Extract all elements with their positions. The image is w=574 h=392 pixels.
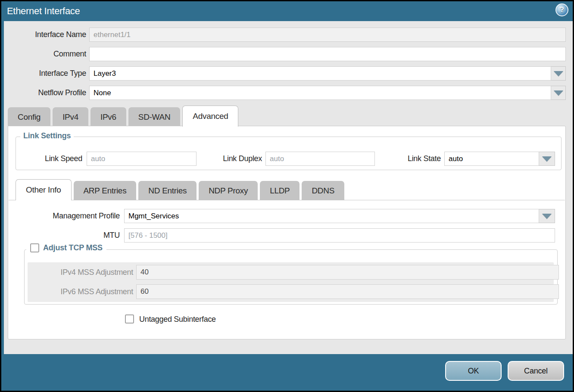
link-duplex-input[interactable] bbox=[265, 152, 375, 166]
question-mark-icon: ? bbox=[560, 6, 564, 14]
tab-ddns[interactable]: DDNS bbox=[302, 181, 344, 200]
main-tab-bar: Config IPv4 IPv6 SD-WAN Advanced bbox=[8, 106, 238, 127]
link-speed-input[interactable] bbox=[87, 152, 197, 166]
interface-name-input bbox=[89, 28, 566, 42]
adjust-tcp-mss-legend-text: Adjust TCP MSS bbox=[43, 243, 103, 252]
sub-tab-bar: Other Info ARP Entries ND Entries NDP Pr… bbox=[16, 179, 344, 200]
tab-lldp[interactable]: LLDP bbox=[260, 181, 299, 200]
netflow-profile-dropdown[interactable]: None bbox=[89, 86, 566, 100]
ethernet-interface-dialog: Ethernet Interface ? Interface Name Comm… bbox=[0, 0, 574, 392]
adjust-tcp-mss-checkbox[interactable] bbox=[30, 243, 39, 252]
netflow-profile-label: Netflow Profile bbox=[4, 86, 86, 100]
chevron-down-icon bbox=[542, 156, 552, 162]
cancel-button[interactable]: Cancel bbox=[508, 361, 564, 381]
link-settings-legend: Link Settings bbox=[20, 131, 74, 140]
advanced-tab-panel: Link Settings Link Speed Link Duplex Lin… bbox=[8, 126, 566, 339]
untagged-subinterface-label: Untagged Subinterface bbox=[139, 314, 216, 324]
mtu-label: MTU bbox=[8, 228, 120, 243]
link-state-dropdown[interactable]: auto bbox=[444, 152, 555, 166]
chevron-down-icon bbox=[542, 214, 552, 219]
ipv4-mss-input bbox=[136, 265, 559, 280]
link-speed-label: Link Speed bbox=[8, 152, 82, 166]
comment-label: Comment bbox=[4, 47, 86, 61]
ipv6-mss-input bbox=[136, 284, 559, 299]
title-bar: Ethernet Interface ? bbox=[1, 1, 573, 21]
tab-config[interactable]: Config bbox=[8, 107, 50, 127]
management-profile-dropdown-button[interactable] bbox=[539, 209, 555, 223]
management-profile-dropdown[interactable]: Mgmt_Services bbox=[124, 209, 555, 223]
netflow-profile-dropdown-button[interactable] bbox=[551, 86, 566, 100]
tab-ndp-proxy[interactable]: NDP Proxy bbox=[199, 181, 258, 200]
management-profile-value[interactable]: Mgmt_Services bbox=[124, 209, 539, 223]
ipv4-mss-label: IPv4 MSS Adjustment bbox=[25, 265, 133, 280]
dialog-frame: Ethernet Interface ? Interface Name Comm… bbox=[1, 1, 573, 391]
link-state-value[interactable]: auto bbox=[444, 152, 539, 166]
tab-arp-entries[interactable]: ARP Entries bbox=[74, 181, 137, 200]
interface-type-value[interactable]: Layer3 bbox=[89, 66, 551, 81]
adjust-tcp-mss-legend: Adjust TCP MSS bbox=[26, 243, 106, 252]
tab-sdwan[interactable]: SD-WAN bbox=[128, 107, 181, 127]
management-profile-label: Management Profile bbox=[8, 209, 120, 223]
chevron-down-icon bbox=[554, 71, 563, 76]
link-state-dropdown-button[interactable] bbox=[539, 152, 555, 166]
adjust-tcp-mss-fieldset: Adjust TCP MSS IPv4 MSS Adjustment IPv6 … bbox=[24, 249, 558, 305]
tab-nd-entries[interactable]: ND Entries bbox=[138, 181, 197, 200]
tab-ipv6[interactable]: IPv6 bbox=[90, 107, 126, 127]
tab-ipv4[interactable]: IPv4 bbox=[53, 107, 88, 127]
ipv6-mss-label: IPv6 MSS Adjustment bbox=[25, 284, 133, 299]
interface-type-label: Interface Type bbox=[4, 66, 86, 81]
untagged-subinterface-checkbox[interactable] bbox=[125, 314, 134, 324]
chevron-down-icon bbox=[554, 90, 563, 96]
comment-input[interactable] bbox=[89, 47, 566, 61]
ok-button[interactable]: OK bbox=[445, 361, 502, 381]
interface-name-label: Interface Name bbox=[4, 28, 86, 42]
dialog-body: Interface Name Comment Interface Type La… bbox=[4, 21, 573, 354]
interface-type-dropdown-button[interactable] bbox=[551, 66, 566, 81]
interface-type-dropdown[interactable]: Layer3 bbox=[89, 66, 566, 81]
tab-other-info[interactable]: Other Info bbox=[16, 179, 72, 200]
help-button[interactable]: ? bbox=[555, 3, 568, 16]
netflow-profile-value[interactable]: None bbox=[89, 86, 551, 100]
link-state-label: Link State bbox=[368, 152, 441, 166]
tab-advanced[interactable]: Advanced bbox=[182, 106, 238, 127]
dialog-title: Ethernet Interface bbox=[1, 6, 80, 17]
mtu-input[interactable] bbox=[124, 228, 555, 243]
link-duplex-label: Link Duplex bbox=[188, 152, 262, 166]
